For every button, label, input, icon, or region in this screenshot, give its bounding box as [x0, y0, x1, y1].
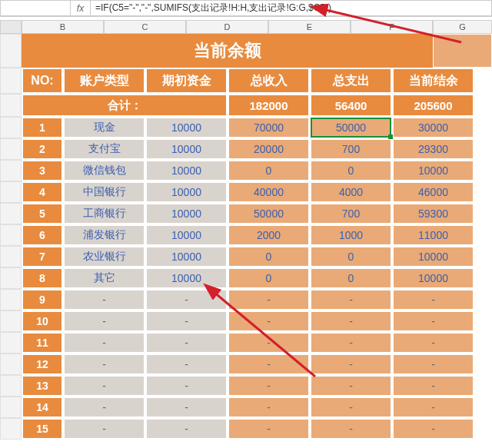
cell-income[interactable]: 20000 — [228, 138, 310, 160]
select-all-corner[interactable] — [0, 20, 22, 34]
row-gutter[interactable] — [0, 117, 22, 138]
col-header-d[interactable]: D — [186, 20, 268, 34]
cell-balance[interactable]: 29300 — [392, 138, 474, 160]
cell-account-type[interactable]: 支付宝 — [63, 138, 145, 160]
cell-initial[interactable]: 10000 — [145, 246, 228, 267]
col-header-b[interactable]: B — [22, 20, 104, 34]
cell-balance[interactable]: 46000 — [392, 181, 474, 203]
row-gutter[interactable] — [0, 246, 22, 267]
cell-expense[interactable]: - — [310, 375, 392, 397]
name-box[interactable] — [0, 0, 71, 16]
cell-income[interactable]: 0 — [228, 246, 310, 267]
cell-initial[interactable]: 10000 — [145, 181, 228, 203]
cell-account-type[interactable]: 浦发银行 — [63, 224, 145, 246]
cell-income[interactable]: - — [228, 289, 310, 310]
cell-account-type[interactable]: 工商银行 — [63, 203, 145, 224]
cell-expense[interactable]: - — [310, 418, 392, 440]
cell-initial[interactable]: 10000 — [145, 138, 228, 160]
row-gutter[interactable] — [0, 267, 22, 289]
cell-balance[interactable]: - — [392, 397, 474, 418]
cell-income[interactable]: - — [228, 353, 310, 375]
cell-balance[interactable]: - — [392, 418, 474, 440]
row-gutter[interactable] — [0, 375, 22, 397]
cell-income[interactable]: - — [228, 332, 310, 353]
cell-income[interactable]: 2000 — [228, 224, 310, 246]
cell-expense[interactable]: 0 — [310, 246, 392, 267]
cell-expense[interactable]: 50000 — [310, 117, 392, 138]
cell-initial[interactable]: 10000 — [145, 203, 228, 224]
row-gutter[interactable] — [0, 289, 22, 310]
cell-account-type[interactable]: 中国银行 — [63, 181, 145, 203]
cell-initial[interactable]: - — [145, 310, 228, 332]
col-header-e[interactable]: E — [268, 20, 351, 34]
cell-initial[interactable]: - — [145, 375, 228, 397]
row-gutter[interactable] — [0, 138, 22, 160]
row-gutter[interactable] — [0, 418, 22, 440]
row-gutter[interactable] — [0, 68, 22, 94]
cell-balance[interactable]: 30000 — [392, 117, 474, 138]
cell-account-type[interactable]: - — [63, 332, 145, 353]
cell-expense[interactable]: 0 — [310, 267, 392, 289]
cell-expense[interactable]: - — [310, 310, 392, 332]
cell-expense[interactable]: 0 — [310, 160, 392, 181]
row-gutter[interactable] — [0, 332, 22, 353]
cell-expense[interactable]: - — [310, 397, 392, 418]
cell-balance[interactable]: 10000 — [392, 246, 474, 267]
cell-income[interactable]: 70000 — [228, 117, 310, 138]
cell-account-type[interactable]: - — [63, 353, 145, 375]
cell-income[interactable]: 50000 — [228, 203, 310, 224]
row-gutter[interactable] — [0, 353, 22, 375]
cell-expense[interactable]: 4000 — [310, 181, 392, 203]
cell-income[interactable]: 0 — [228, 160, 310, 181]
row-gutter[interactable] — [0, 181, 22, 203]
cell-account-type[interactable]: 其它 — [63, 267, 145, 289]
cell-account-type[interactable]: - — [63, 310, 145, 332]
cell-balance[interactable]: - — [392, 289, 474, 310]
cell-expense[interactable]: - — [310, 332, 392, 353]
formula-input[interactable]: =IF(C5="-","-",SUMIFS(支出记录!H:H,支出记录!G:G,… — [91, 0, 492, 16]
cell-initial[interactable]: - — [145, 353, 228, 375]
cell-account-type[interactable]: - — [63, 397, 145, 418]
cell-balance[interactable]: 59300 — [392, 203, 474, 224]
cell-initial[interactable]: - — [145, 397, 228, 418]
cell-initial[interactable]: - — [145, 332, 228, 353]
fx-label[interactable]: fx — [71, 0, 91, 16]
row-gutter[interactable] — [0, 160, 22, 181]
cell-balance[interactable]: - — [392, 310, 474, 332]
cell-income[interactable]: - — [228, 418, 310, 440]
cell-balance[interactable]: 10000 — [392, 267, 474, 289]
cell-initial[interactable]: 10000 — [145, 160, 228, 181]
cell-expense[interactable]: - — [310, 289, 392, 310]
row-gutter[interactable] — [0, 203, 22, 224]
cell-expense[interactable]: 700 — [310, 203, 392, 224]
cell-balance[interactable]: - — [392, 375, 474, 397]
row-gutter[interactable] — [0, 94, 22, 117]
cell-initial[interactable]: - — [145, 289, 228, 310]
row-gutter[interactable] — [0, 397, 22, 418]
cell-account-type[interactable]: 微信钱包 — [63, 160, 145, 181]
cell-account-type[interactable]: - — [63, 418, 145, 440]
cell-expense[interactable]: 1000 — [310, 224, 392, 246]
col-header-f[interactable]: F — [351, 20, 433, 34]
cell-initial[interactable]: - — [145, 418, 228, 440]
cell-account-type[interactable]: - — [63, 375, 145, 397]
cell-initial[interactable]: 10000 — [145, 267, 228, 289]
cell-account-type[interactable]: 农业银行 — [63, 246, 145, 267]
row-gutter[interactable] — [0, 224, 22, 246]
row-gutter[interactable] — [0, 34, 22, 68]
cell-income[interactable]: - — [228, 375, 310, 397]
cell-balance[interactable]: - — [392, 332, 474, 353]
cell-income[interactable]: - — [228, 397, 310, 418]
cell-account-type[interactable]: 现金 — [63, 117, 145, 138]
cell-income[interactable]: 40000 — [228, 181, 310, 203]
cell-account-type[interactable]: - — [63, 289, 145, 310]
cell-expense[interactable]: 700 — [310, 138, 392, 160]
cell-income[interactable]: 0 — [228, 267, 310, 289]
col-header-c[interactable]: C — [104, 20, 186, 34]
cell-balance[interactable]: 10000 — [392, 160, 474, 181]
col-header-g[interactable]: G — [433, 20, 492, 34]
cell-balance[interactable]: - — [392, 353, 474, 375]
cell-income[interactable]: - — [228, 310, 310, 332]
cell-initial[interactable]: 10000 — [145, 224, 228, 246]
row-gutter[interactable] — [0, 310, 22, 332]
